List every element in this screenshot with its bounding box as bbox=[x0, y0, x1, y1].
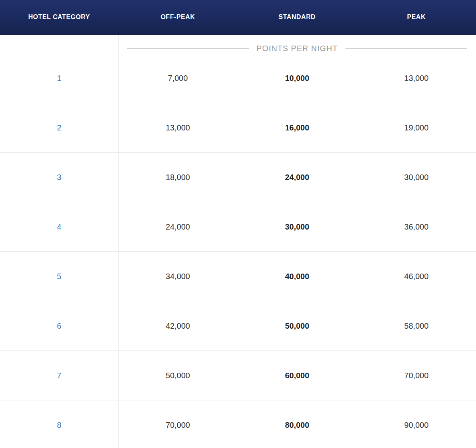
standard-value: 80,000 bbox=[238, 421, 357, 430]
column-header-off-peak: OFF-PEAK bbox=[118, 0, 238, 34]
table-body: POINTS PER NIGHT 1 7,000 10,000 13,000 2… bbox=[0, 35, 476, 448]
table-row: 3 18,000 24,000 30,000 bbox=[0, 153, 476, 202]
table-row: 4 24,000 30,000 36,000 bbox=[0, 202, 476, 252]
off-peak-value: 42,000 bbox=[118, 322, 238, 331]
category-link[interactable]: 2 bbox=[57, 123, 61, 132]
table-row: 8 70,000 80,000 90,000 bbox=[0, 400, 476, 448]
peak-value: 19,000 bbox=[357, 123, 476, 132]
off-peak-value: 18,000 bbox=[118, 173, 238, 182]
column-header-hotel-category: HOTEL CATEGORY bbox=[0, 0, 118, 34]
peak-value: 90,000 bbox=[357, 421, 476, 430]
standard-value: 60,000 bbox=[238, 371, 357, 380]
off-peak-value: 13,000 bbox=[118, 123, 238, 132]
peak-value: 30,000 bbox=[357, 173, 476, 182]
column-header-standard: STANDARD bbox=[238, 0, 357, 34]
category-link[interactable]: 1 bbox=[57, 74, 61, 82]
category-link[interactable]: 7 bbox=[57, 371, 61, 380]
standard-value: 10,000 bbox=[238, 74, 357, 83]
table-row: 5 34,000 40,000 46,000 bbox=[0, 252, 476, 301]
hotel-award-chart: HOTEL CATEGORY OFF-PEAK STANDARD PEAK PO… bbox=[0, 0, 476, 448]
column-header-peak: PEAK bbox=[357, 0, 476, 34]
table-row: 1 7,000 10,000 13,000 bbox=[0, 54, 476, 103]
points-per-night-legend: POINTS PER NIGHT bbox=[118, 35, 476, 54]
off-peak-value: 7,000 bbox=[118, 74, 238, 83]
standard-value: 16,000 bbox=[238, 123, 357, 132]
category-link[interactable]: 5 bbox=[57, 272, 61, 281]
standard-value: 40,000 bbox=[238, 272, 357, 281]
peak-value: 13,000 bbox=[357, 74, 476, 83]
points-per-night-label: POINTS PER NIGHT bbox=[257, 44, 338, 53]
standard-value: 50,000 bbox=[238, 322, 357, 331]
peak-value: 46,000 bbox=[357, 272, 476, 281]
category-link[interactable]: 8 bbox=[57, 421, 61, 429]
peak-value: 70,000 bbox=[357, 371, 476, 380]
off-peak-value: 34,000 bbox=[118, 272, 238, 281]
standard-value: 24,000 bbox=[238, 173, 357, 182]
standard-value: 30,000 bbox=[238, 222, 357, 232]
category-column-divider bbox=[118, 35, 119, 448]
category-link[interactable]: 4 bbox=[57, 222, 61, 231]
off-peak-value: 50,000 bbox=[118, 371, 238, 380]
peak-value: 36,000 bbox=[357, 222, 476, 232]
table-row: 6 42,000 50,000 58,000 bbox=[0, 301, 476, 351]
off-peak-value: 24,000 bbox=[118, 222, 238, 232]
table-row: 2 13,000 16,000 19,000 bbox=[0, 103, 476, 153]
off-peak-value: 70,000 bbox=[118, 421, 238, 430]
table-row: 7 50,000 60,000 70,000 bbox=[0, 351, 476, 400]
table-header-row: HOTEL CATEGORY OFF-PEAK STANDARD PEAK bbox=[0, 0, 476, 35]
legend-line-right bbox=[345, 48, 467, 49]
category-link[interactable]: 6 bbox=[57, 322, 61, 330]
peak-value: 58,000 bbox=[357, 322, 476, 331]
category-link[interactable]: 3 bbox=[57, 173, 61, 182]
legend-line-left bbox=[127, 48, 249, 49]
